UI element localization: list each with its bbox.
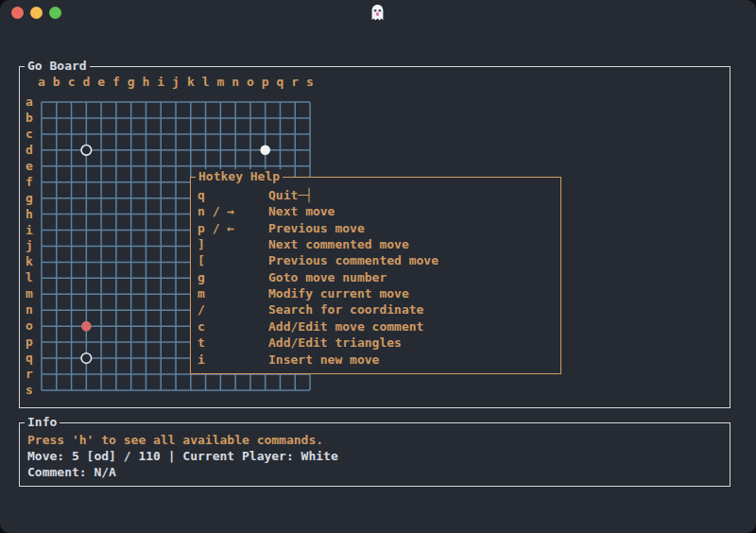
column-label-a: a <box>36 75 47 90</box>
column-label-m: m <box>215 75 226 90</box>
hotkey-action: Quit─┤ <box>268 188 313 203</box>
hotkey-action: Next commented move <box>268 237 409 252</box>
column-label-q: q <box>274 75 285 90</box>
hotkey-action: Modify current move <box>268 286 409 301</box>
hotkey-key: [ <box>198 253 205 268</box>
stone-hollow-circle-dq <box>81 353 92 364</box>
hotkey-row: tAdd/Edit triangles <box>191 335 560 351</box>
hotkey-row: mModify current move <box>191 286 560 301</box>
hotkey-row: p / ←Previous move <box>191 221 560 236</box>
column-label-i: i <box>155 75 166 90</box>
info-move-status: Move: 5 [od] / 110 | Current Player: Whi… <box>27 449 338 464</box>
column-label-f: f <box>111 75 122 90</box>
hotkey-row: n / →Next move <box>191 204 560 219</box>
stone-red-filled-do <box>81 321 92 332</box>
titlebar <box>0 0 756 26</box>
info-panel-title: Info <box>25 415 60 430</box>
zoom-button[interactable] <box>49 7 61 19</box>
hotkey-help-title: Hotkey Help <box>196 169 283 184</box>
hotkey-row: ]Next commented move <box>191 237 560 252</box>
info-panel: Info Press 'h' to see all available comm… <box>19 422 730 487</box>
hotkey-key: g <box>198 270 205 285</box>
hotkey-row: [Previous commented move <box>191 253 560 268</box>
hotkey-key: c <box>198 319 205 335</box>
go-board-panel-title: Go Board <box>25 59 90 74</box>
stone-white-filled-pd <box>260 146 270 156</box>
hotkey-action: Goto move number <box>268 270 387 285</box>
column-label-k: k <box>185 75 197 90</box>
hotkey-row: qQuit─┤ <box>191 188 560 203</box>
hotkey-action: Add/Edit move comment <box>268 319 423 335</box>
terminal-window: Go Board abcdefghijklmnopqrs abcdefghijk… <box>0 0 756 533</box>
hotkey-row: iInsert new move <box>191 352 560 368</box>
hotkey-key: p / ← <box>198 221 234 236</box>
hotkey-action: Add/Edit triangles <box>268 335 402 351</box>
hotkey-action: Search for coordinate <box>268 302 423 318</box>
hotkey-row: gGoto move number <box>191 270 560 285</box>
hotkey-key: ] <box>198 237 205 252</box>
column-label-b: b <box>51 75 62 90</box>
hotkey-key: q <box>198 188 205 203</box>
column-label-d: d <box>80 75 92 90</box>
hotkey-key: / <box>198 302 205 318</box>
hotkey-action: Previous commented move <box>268 253 438 268</box>
column-label-h: h <box>140 75 151 90</box>
hotkey-key: m <box>198 286 205 301</box>
column-label-s: s <box>304 75 316 90</box>
column-label-r: r <box>289 75 301 90</box>
hotkey-key: i <box>198 352 205 368</box>
column-label-l: l <box>200 75 212 90</box>
info-hint: Press 'h' to see all available commands. <box>27 433 323 448</box>
column-label-p: p <box>260 75 271 90</box>
hotkey-row: cAdd/Edit move comment <box>191 319 560 335</box>
stone-hollow-circle-dd <box>81 146 92 156</box>
column-label-c: c <box>66 75 77 90</box>
close-button[interactable] <box>11 7 24 19</box>
hotkey-action: Next move <box>268 204 335 219</box>
hotkey-action: Previous move <box>268 221 365 236</box>
minimize-button[interactable] <box>30 7 43 19</box>
info-comment: Comment: N/A <box>27 465 116 480</box>
hotkey-action: Insert new move <box>268 352 379 368</box>
column-label-o: o <box>245 75 256 90</box>
column-label-n: n <box>230 75 241 90</box>
hotkey-help-panel: Hotkey Help qQuit─┤n / →Next movep / ←Pr… <box>190 177 561 374</box>
column-label-e: e <box>95 75 107 90</box>
ghost-icon <box>369 4 386 22</box>
hotkey-row: /Search for coordinate <box>191 302 560 318</box>
column-label-g: g <box>126 75 137 90</box>
column-label-j: j <box>170 75 181 90</box>
hotkey-key: n / → <box>198 204 234 219</box>
hotkey-key: t <box>198 335 205 351</box>
